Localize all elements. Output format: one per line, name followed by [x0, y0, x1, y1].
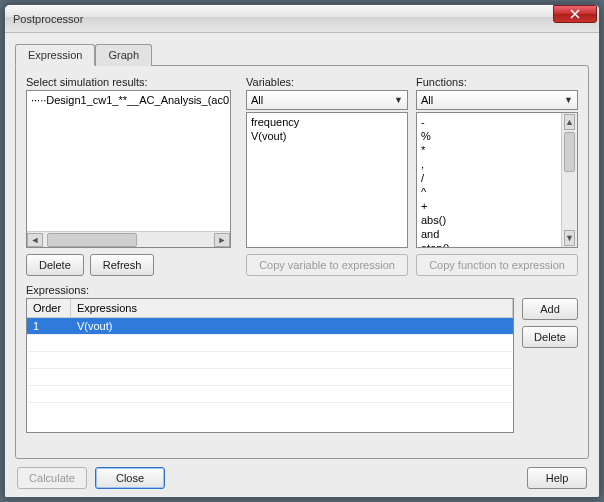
expressions-grid[interactable]: Order Expressions 1 V(vout) — [26, 298, 514, 433]
expressions-section: Expressions: Order Expressions 1 V(vo — [26, 284, 578, 433]
simresults-buttons: Delete Refresh — [26, 254, 238, 276]
variable-item[interactable]: frequency — [249, 115, 405, 129]
function-item[interactable]: - — [419, 115, 559, 129]
cell-expression: V(vout) — [71, 318, 513, 334]
grid-body: 1 V(vout) — [27, 318, 513, 432]
expressions-table-wrap: Order Expressions 1 V(vout) — [26, 298, 514, 433]
table-row[interactable] — [27, 385, 513, 402]
scroll-track[interactable] — [564, 130, 575, 230]
table-row[interactable] — [27, 334, 513, 351]
copy-function-button[interactable]: Copy function to expression — [416, 254, 578, 276]
function-item[interactable]: ^ — [419, 185, 559, 199]
functions-column: Functions: All ▼ - % * , / ^ + abs() — [416, 76, 578, 276]
grid-header: Order Expressions — [27, 299, 513, 318]
copy-var-row: Copy variable to expression — [246, 254, 408, 276]
function-item[interactable]: / — [419, 171, 559, 185]
variables-filter-combo[interactable]: All ▼ — [246, 90, 408, 110]
delete-button[interactable]: Delete — [26, 254, 84, 276]
function-item[interactable]: , — [419, 157, 559, 171]
simresults-label: Select simulation results: — [26, 76, 238, 88]
function-item[interactable]: and — [419, 227, 559, 241]
client-area: Expression Graph Select simulation resul… — [5, 33, 599, 497]
simresults-tree[interactable]: ·····Design1_cw1_**__AC_Analysis_(ac01) … — [26, 90, 231, 248]
header-expressions[interactable]: Expressions — [71, 299, 513, 317]
top-row: Select simulation results: ·····Design1_… — [26, 76, 578, 276]
chevron-down-icon: ▼ — [564, 95, 573, 105]
table-row[interactable]: 1 V(vout) — [27, 318, 513, 334]
table-row[interactable] — [27, 402, 513, 419]
variables-list[interactable]: frequency V(vout) — [246, 112, 408, 248]
functions-filter-combo[interactable]: All ▼ — [416, 90, 578, 110]
functions-filter-value: All — [421, 94, 433, 106]
variable-item[interactable]: V(vout) — [249, 129, 405, 143]
window-title: Postprocessor — [13, 13, 553, 25]
variables-column: Variables: All ▼ frequency V(vout) Copy … — [246, 76, 408, 276]
postprocessor-window: Postprocessor Expression Graph Select si… — [4, 4, 600, 498]
horizontal-scrollbar[interactable]: ◄ ► — [27, 231, 230, 247]
chevron-down-icon: ▼ — [394, 95, 403, 105]
tab-graph[interactable]: Graph — [95, 44, 152, 66]
scroll-right-icon[interactable]: ► — [214, 233, 230, 247]
variables-label: Variables: — [246, 76, 408, 88]
tab-strip: Expression Graph — [15, 44, 589, 66]
close-icon — [570, 9, 580, 19]
simresults-item[interactable]: ·····Design1_cw1_**__AC_Analysis_(ac01) — [29, 93, 228, 107]
expressions-label: Expressions: — [26, 284, 578, 296]
expression-panel: Select simulation results: ·····Design1_… — [15, 65, 589, 459]
copy-variable-button[interactable]: Copy variable to expression — [246, 254, 408, 276]
delete-expression-button[interactable]: Delete — [522, 326, 578, 348]
calculate-button[interactable]: Calculate — [17, 467, 87, 489]
functions-list[interactable]: - % * , / ^ + abs() and atan() avg() ▲ — [416, 112, 578, 248]
function-item[interactable]: + — [419, 199, 559, 213]
scroll-track[interactable] — [43, 233, 214, 247]
add-button[interactable]: Add — [522, 298, 578, 320]
dialog-footer: Calculate Close Help — [15, 459, 589, 489]
vertical-scrollbar[interactable]: ▲ ▼ — [561, 113, 577, 247]
scroll-thumb[interactable] — [564, 132, 575, 172]
help-button[interactable]: Help — [527, 467, 587, 489]
scroll-thumb[interactable] — [47, 233, 137, 247]
function-item[interactable]: % — [419, 129, 559, 143]
function-item[interactable]: atan() — [419, 241, 559, 248]
refresh-button[interactable]: Refresh — [90, 254, 155, 276]
expressions-body: Order Expressions 1 V(vout) — [26, 298, 578, 433]
scroll-left-icon[interactable]: ◄ — [27, 233, 43, 247]
window-close-button[interactable] — [553, 5, 597, 23]
tab-expression[interactable]: Expression — [15, 44, 95, 66]
table-row[interactable] — [27, 368, 513, 385]
footer-left: Calculate Close — [17, 467, 165, 489]
function-item[interactable]: * — [419, 143, 559, 157]
copy-func-row: Copy function to expression — [416, 254, 578, 276]
titlebar: Postprocessor — [5, 5, 599, 33]
header-order[interactable]: Order — [27, 299, 71, 317]
function-item[interactable]: abs() — [419, 213, 559, 227]
functions-label: Functions: — [416, 76, 578, 88]
scroll-up-icon[interactable]: ▲ — [564, 114, 575, 130]
expressions-side-buttons: Add Delete — [522, 298, 578, 433]
table-row[interactable] — [27, 351, 513, 368]
close-button[interactable]: Close — [95, 467, 165, 489]
scroll-down-icon[interactable]: ▼ — [564, 230, 575, 246]
simresults-column: Select simulation results: ·····Design1_… — [26, 76, 238, 276]
cell-order: 1 — [27, 318, 71, 334]
variables-filter-value: All — [251, 94, 263, 106]
